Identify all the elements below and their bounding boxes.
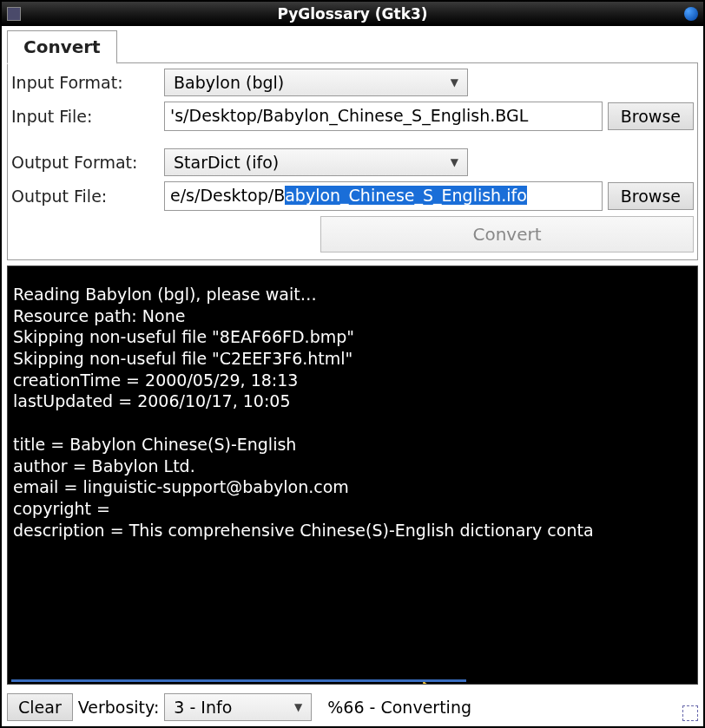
input-format-dropdown[interactable]: Babylon (bgl) ▼ <box>164 69 468 96</box>
tab-convert[interactable]: Convert <box>7 30 117 64</box>
input-file-field[interactable]: 's/Desktop/Babylon_Chinese_S_English.BGL <box>164 102 603 131</box>
input-format-label: Input Format: <box>11 73 159 92</box>
app-icon <box>7 7 21 21</box>
chevron-down-icon: ▼ <box>294 701 302 713</box>
output-file-label: Output File: <box>11 187 159 206</box>
clear-button[interactable]: Clear <box>7 693 73 721</box>
input-file-label: Input File: <box>11 107 159 126</box>
resize-grip-icon[interactable] <box>682 705 698 721</box>
output-format-dropdown[interactable]: StarDict (ifo) ▼ <box>164 148 468 176</box>
output-format-value: StarDict (ifo) <box>174 153 279 172</box>
main-window: PyGlossary (Gtk3) Convert Input Format: … <box>0 0 705 728</box>
status-bar: Clear Verbosity: 3 - Info ▼ %66 - Conver… <box>2 690 703 726</box>
chevron-down-icon: ▼ <box>451 76 458 89</box>
verbosity-dropdown[interactable]: 3 - Info ▼ <box>164 693 312 721</box>
log-text: Reading Babylon (bgl), please wait… Reso… <box>13 285 594 540</box>
titlebar: PyGlossary (Gtk3) <box>2 2 703 26</box>
log-console[interactable]: Reading Babylon (bgl), please wait… Reso… <box>7 266 698 685</box>
convert-button[interactable]: Convert <box>320 216 694 253</box>
chevron-down-icon: ▼ <box>451 156 458 168</box>
output-browse-button[interactable]: Browse <box>608 182 694 210</box>
output-format-label: Output Format: <box>11 153 159 172</box>
tab-bar: Convert <box>2 26 703 63</box>
input-format-value: Babylon (bgl) <box>174 73 284 92</box>
input-browse-button[interactable]: Browse <box>608 102 694 130</box>
window-title: PyGlossary (Gtk3) <box>277 5 427 23</box>
progress-bar <box>11 679 466 682</box>
convert-panel: Input Format: Babylon (bgl) ▼ Input File… <box>7 63 698 260</box>
verbosity-label: Verbosity: <box>78 698 160 717</box>
window-control-icon[interactable] <box>684 7 698 21</box>
verbosity-value: 3 - Info <box>174 698 232 717</box>
output-file-field[interactable]: e/s/Desktop/Babylon_Chinese_S_English.if… <box>164 181 603 211</box>
status-progress-text: %66 - Converting <box>317 698 677 717</box>
